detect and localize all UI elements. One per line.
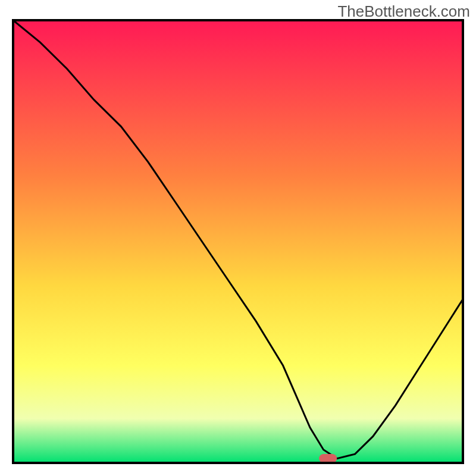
minimum-marker — [319, 454, 337, 463]
chart-svg — [0, 0, 476, 476]
chart-container: TheBottleneck.com — [0, 0, 476, 476]
plot-background — [13, 20, 463, 463]
